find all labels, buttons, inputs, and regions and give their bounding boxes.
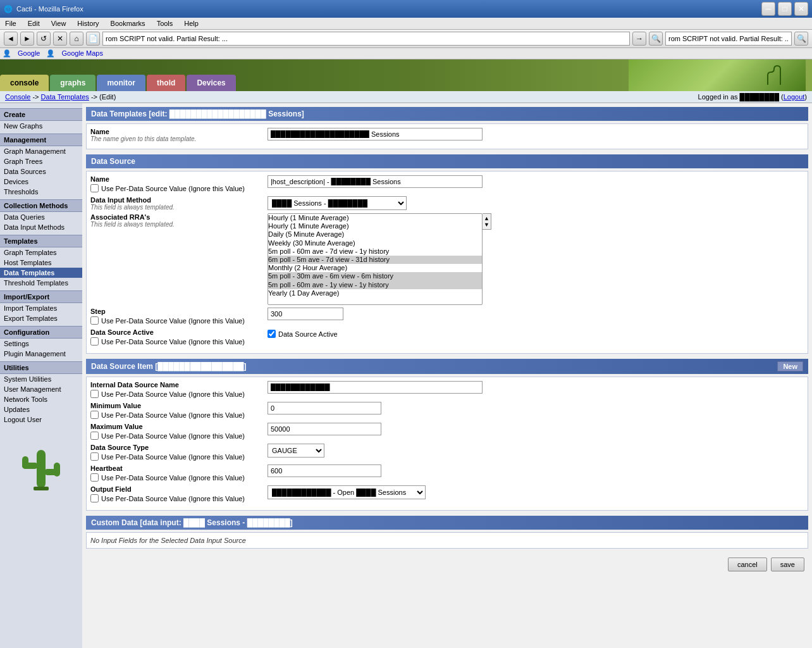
menu-tools[interactable]: Tools [154,19,176,28]
data-templates-content: Name The name given to this data templat… [86,123,808,149]
search-input[interactable] [665,32,792,46]
dsi-max-input[interactable] [268,423,381,435]
tab-devices[interactable]: Devices [187,75,235,91]
cancel-button[interactable]: cancel [728,558,767,571]
sidebar-item-user-management[interactable]: User Management [0,384,82,394]
sidebar-item-new-graphs[interactable]: New Graphs [0,121,82,131]
menu-view[interactable]: View [49,19,69,28]
bookmark-google-maps[interactable]: Google Maps [61,49,102,58]
sidebar-item-export-templates[interactable]: Export Templates [0,313,82,323]
rra-option-2[interactable]: Hourly (1 Minute Average) [268,222,482,230]
rra-option-7[interactable]: Monthly (2 Hour Average) [268,264,482,272]
ds-step-input[interactable] [268,308,343,320]
ds-name-checkbox[interactable] [90,184,99,192]
sidebar-section-configuration: Configuration [0,326,82,339]
search-button[interactable]: 🔍 [794,32,808,46]
forward-button[interactable]: ► [20,32,34,46]
menu-bookmarks[interactable]: Bookmarks [108,19,148,28]
dsi-max-checkbox[interactable] [90,432,99,440]
sidebar-item-graph-templates[interactable]: Graph Templates [0,247,82,258]
close-button[interactable]: ✕ [794,2,808,16]
data-source-item-header: Data Source Item [████████████████] New [86,359,808,374]
ds-name-input[interactable] [268,175,483,188]
dsi-heartbeat-input[interactable] [268,464,381,477]
save-button[interactable]: save [771,558,804,571]
bookmarks-bar: 👤 Google 👤 Google Maps [0,48,812,59]
dsi-name-checkbox[interactable] [90,390,99,398]
ds-input-select[interactable]: ████ Sessions - ████████ [268,196,407,210]
rra-option-6[interactable]: 6m poll - 5m ave - 7d view - 31d history [268,256,482,264]
sidebar-item-data-sources[interactable]: Data Sources [0,166,82,177]
bookmark-google[interactable]: Google [18,49,40,58]
dsi-min-checkbox[interactable] [90,411,99,419]
sidebar-item-thresholds[interactable]: Thresholds [0,187,82,197]
breadcrumb-console[interactable]: Console [5,93,30,101]
sidebar-item-settings[interactable]: Settings [0,339,82,349]
dsi-output-checkbox-row: Use Per-Data Source Value (Ignore this V… [90,494,268,502]
address-bar[interactable] [102,32,630,46]
sidebar-item-graph-trees[interactable]: Graph Trees [0,156,82,166]
sidebar-item-import-templates[interactable]: Import Templates [0,303,82,313]
ds-step-checkbox[interactable] [90,316,99,325]
template-name-input[interactable] [268,128,483,140]
menu-history[interactable]: History [75,19,101,28]
sidebar-item-data-templates[interactable]: Data Templates [0,268,82,278]
menu-help[interactable]: Help [181,19,201,28]
stop-button[interactable]: ✕ [53,32,67,46]
rra-listbox[interactable]: Hourly (1 Minute Average) Hourly (1 Minu… [268,213,483,305]
sidebar-item-data-queries[interactable]: Data Queries [0,212,82,222]
dsi-min-input[interactable] [268,402,381,414]
go-button[interactable]: → [632,32,646,46]
dsi-output-checkbox[interactable] [90,494,99,502]
sidebar-item-graph-management[interactable]: Graph Management [0,146,82,156]
dsi-type-checkbox[interactable] [90,452,99,461]
dsi-output-select[interactable]: ████████████ - Open ████ Sessions [268,485,426,499]
sidebar-section-templates: Templates [0,235,82,247]
dsi-name-input[interactable] [268,381,483,394]
tab-thold[interactable]: thold [147,75,185,91]
tab-monitor[interactable]: monitor [97,75,145,91]
menu-file[interactable]: File [3,19,19,28]
sidebar-item-updates[interactable]: Updates [0,404,82,414]
ds-active-checkbox[interactable] [90,337,99,346]
dsi-type-select[interactable]: GAUGE COUNTER DERIVE ABSOLUTE [268,444,324,458]
sidebar-item-plugin-management[interactable]: Plugin Management [0,349,82,359]
sidebar-section-collection: Collection Methods [0,199,82,212]
dsi-heartbeat-checkbox[interactable] [90,473,99,482]
menu-edit[interactable]: Edit [25,19,42,28]
ds-active-enabled-checkbox[interactable] [268,330,276,338]
rra-scroll-down[interactable]: ▼ [483,221,491,229]
rra-option-3[interactable]: Daily (5 Minute Average) [268,230,482,239]
tab-console[interactable]: console [0,75,49,91]
browser-icon: 🌐 [4,5,13,13]
new-item-button[interactable]: New [777,361,803,371]
search-go-button[interactable]: 🔍 [649,32,663,46]
rra-option-10[interactable]: Yearly (1 Day Average) [268,289,482,297]
breadcrumb-data-templates[interactable]: Data Templates [41,93,89,101]
reload-button[interactable]: ↺ [37,32,51,46]
rra-option-9[interactable]: 5m poll - 60m ave - 1y view - 1y history [268,281,482,289]
rra-option-8[interactable]: 5m poll - 30m ave - 6m view - 6m history [268,272,482,280]
dsi-min-checkbox-row: Use Per-Data Source Value (Ignore this V… [90,411,268,419]
maximize-button[interactable]: □ [778,2,792,16]
sidebar-item-network-tools[interactable]: Network Tools [0,394,82,404]
home-button[interactable]: ⌂ [70,32,83,46]
rra-option-4[interactable]: Weekly (30 Minute Average) [268,239,482,247]
sidebar-item-threshold-templates[interactable]: Threshold Templates [0,278,82,288]
ds-name-row: Name Use Per-Data Source Value (Ignore t… [90,175,804,194]
sidebar-item-host-templates[interactable]: Host Templates [0,258,82,268]
rra-option-5[interactable]: 5m poll - 60m ave - 7d view - 1y history [268,247,482,256]
tab-graphs[interactable]: graphs [50,75,95,91]
rra-scroll-up[interactable]: ▲ [483,214,491,221]
back-button[interactable]: ◄ [4,32,18,46]
sidebar-item-system-utilities[interactable]: System Utilities [0,374,82,384]
minimize-button[interactable]: ─ [761,2,775,16]
dsi-max-checkbox-row: Use Per-Data Source Value (Ignore this V… [90,432,268,440]
cacti-app: console graphs monitor thold Devices Con… [0,59,812,648]
rra-option-1[interactable]: Hourly (1 Minute Average) [268,214,482,222]
logout-link[interactable]: Logout [784,93,805,101]
sidebar-item-devices[interactable]: Devices [0,177,82,187]
sidebar-item-logout-user[interactable]: Logout User [0,414,82,425]
sidebar-item-data-input-methods[interactable]: Data Input Methods [0,222,82,232]
page-button[interactable]: 📄 [86,32,100,46]
